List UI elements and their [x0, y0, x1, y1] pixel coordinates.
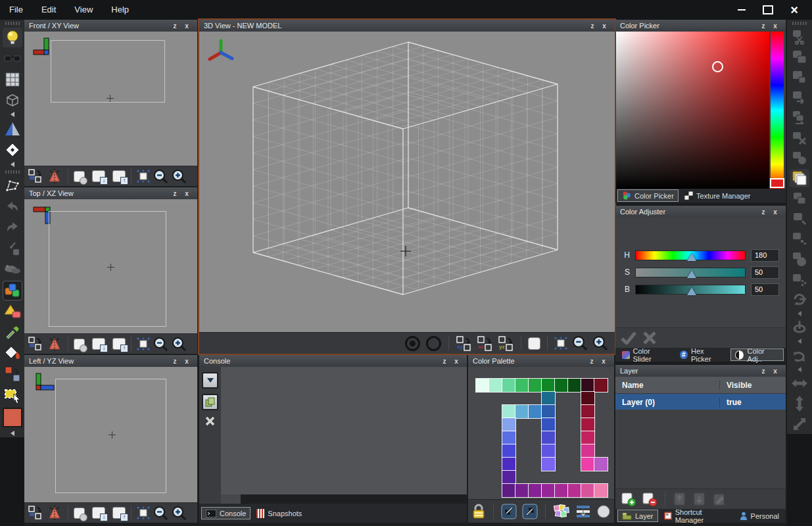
swap-plane-icon[interactable] — [28, 168, 43, 184]
collapse-arrow-icon[interactable] — [11, 112, 14, 117]
palette-swatch[interactable] — [502, 444, 515, 458]
zoom-out-icon[interactable] — [153, 169, 168, 184]
palette-swatch[interactable] — [594, 484, 608, 497]
cut-button[interactable] — [790, 28, 809, 47]
palette-swatch[interactable] — [542, 392, 555, 405]
palette-swatch[interactable] — [502, 431, 515, 444]
tab-color-adjuster[interactable]: Color Adj.. — [730, 348, 784, 361]
front-view-titlebar[interactable]: Front / XY View z x — [24, 20, 197, 32]
select-tool-button[interactable] — [3, 385, 22, 405]
collapse-arrow-icon[interactable] — [11, 162, 14, 167]
cancel-button[interactable] — [643, 331, 656, 345]
collapse-arrow-icon[interactable] — [798, 339, 801, 344]
swap-plane-icon[interactable] — [28, 505, 43, 521]
left-view-titlebar[interactable]: Left / YZ View z x — [24, 355, 197, 367]
circle-icon[interactable] — [596, 504, 611, 519]
left-view-viewport[interactable] — [24, 367, 197, 503]
collapse-arrow-icon[interactable] — [798, 367, 801, 372]
layer-peel-below-button[interactable]: ↓ — [92, 338, 105, 350]
swap-xz-icon[interactable]: xz — [477, 335, 493, 352]
grid-toggle-button[interactable] — [3, 70, 22, 89]
zoom-out-icon[interactable] — [572, 335, 588, 351]
palette-swatch[interactable] — [542, 405, 555, 418]
layer-titlebar[interactable]: Layer z x — [615, 365, 786, 377]
history-button[interactable] — [3, 239, 22, 258]
palette-swatch[interactable] — [555, 379, 568, 392]
palette-swatch[interactable] — [581, 431, 594, 444]
menu-help[interactable]: Help — [102, 0, 138, 20]
saturation-slider[interactable] — [635, 268, 746, 277]
tab-hex-picker[interactable]: # Hex Picker — [675, 348, 729, 361]
zoom-in-icon[interactable] — [592, 335, 608, 351]
radio-empty-icon[interactable] — [425, 335, 442, 352]
redo-button[interactable] — [3, 218, 22, 238]
move-layer-up-button[interactable] — [673, 491, 687, 507]
wireframe-button[interactable] — [3, 90, 22, 110]
palette-titlebar[interactable]: Color Palette z x — [468, 355, 614, 367]
collapse-arrow-icon[interactable] — [11, 431, 14, 436]
brightness-value[interactable]: 50 — [751, 283, 779, 296]
swap-plane-icon[interactable] — [28, 336, 43, 352]
layer-peel-current-button[interactable] — [74, 508, 85, 519]
flip-horizontal-button[interactable] — [790, 374, 809, 393]
recolor-tool-button[interactable] — [3, 364, 22, 384]
ghost-voxel-button[interactable] — [3, 140, 22, 160]
fit-view-icon[interactable] — [137, 337, 150, 350]
detach-icon[interactable]: z — [757, 22, 769, 30]
remove-layer-button[interactable] — [642, 491, 657, 507]
console-titlebar[interactable]: Console z x — [199, 355, 467, 367]
hue-handle[interactable] — [770, 178, 784, 188]
rotate-z-button[interactable] — [790, 346, 809, 365]
palette-swatch[interactable] — [542, 444, 555, 458]
palette-swatch[interactable] — [581, 418, 594, 431]
layer-peel-above-button[interactable]: ↑ — [112, 507, 126, 519]
palette-swatch[interactable] — [515, 379, 529, 392]
scroll-to-bottom-button[interactable] — [202, 372, 218, 389]
fit-view-icon[interactable] — [554, 337, 567, 350]
draw-tool-button[interactable] — [3, 281, 22, 300]
detach-icon[interactable]: z — [586, 22, 598, 30]
detach-icon[interactable]: z — [169, 190, 181, 197]
zoom-in-icon[interactable] — [172, 506, 187, 521]
palette-swatch[interactable] — [542, 431, 555, 444]
delete-button[interactable] — [790, 128, 809, 147]
apply-button[interactable] — [621, 331, 636, 345]
undo-button[interactable] — [3, 197, 22, 217]
saturation-value[interactable]: 50 — [751, 266, 779, 279]
palette-swatch[interactable] — [502, 418, 515, 431]
duplicate-button[interactable] — [790, 108, 809, 128]
swap-xy-icon[interactable]: xy — [456, 335, 472, 352]
hue-slider[interactable] — [635, 251, 746, 260]
palette-swatch[interactable] — [502, 379, 515, 392]
palette-swatch[interactable] — [529, 379, 542, 392]
zoom-out-icon[interactable] — [153, 506, 168, 521]
zoom-in-icon[interactable] — [172, 337, 187, 352]
menu-view[interactable]: View — [65, 0, 102, 20]
close-icon[interactable]: x — [598, 358, 609, 365]
radio-filled-icon[interactable] — [404, 335, 421, 352]
close-icon[interactable]: x — [769, 208, 781, 216]
palette-icon[interactable] — [553, 504, 570, 519]
sort-icon[interactable] — [575, 504, 591, 519]
copy-button[interactable] — [790, 47, 809, 66]
3d-view-titlebar[interactable]: 3D View - NEW MODEL z x — [199, 20, 615, 32]
slider-handle[interactable] — [687, 253, 696, 261]
palette-swatch[interactable] — [581, 379, 594, 392]
palette-swatch[interactable] — [489, 379, 502, 392]
palette-swatch[interactable] — [502, 405, 515, 418]
flip-diagonal-button[interactable] — [790, 414, 809, 433]
top-view-viewport[interactable] — [24, 199, 197, 334]
palette-swatch[interactable] — [568, 484, 581, 497]
palette-swatch[interactable] — [529, 405, 542, 418]
palette-swatch[interactable] — [502, 458, 515, 471]
slider-handle[interactable] — [687, 287, 696, 295]
clear-console-button[interactable] — [204, 416, 216, 427]
palette-swatch[interactable] — [594, 379, 608, 392]
color-picker-titlebar[interactable]: Color Picker z x — [615, 20, 786, 32]
erase-tool-button[interactable] — [3, 302, 22, 322]
layer-list-empty[interactable] — [615, 410, 786, 489]
console-scrollbar[interactable] — [221, 494, 467, 504]
rotate-y-button[interactable] — [790, 318, 809, 337]
layer-peel-current-button[interactable] — [74, 171, 85, 182]
stack-button[interactable] — [790, 189, 809, 208]
